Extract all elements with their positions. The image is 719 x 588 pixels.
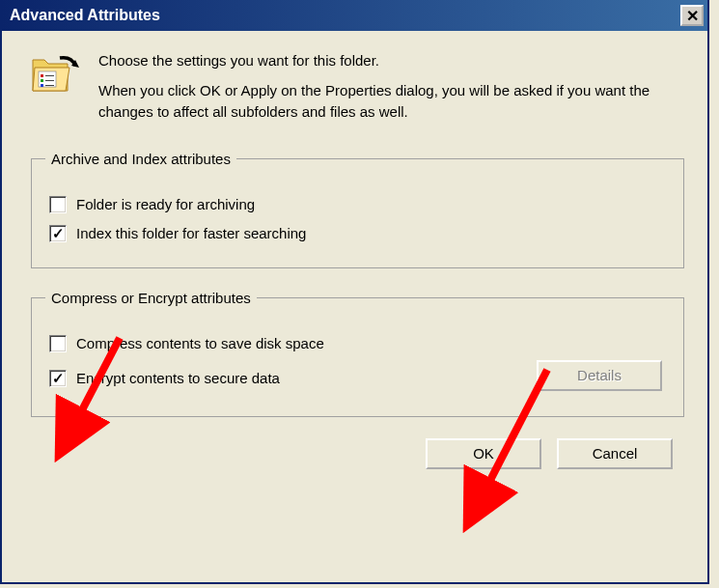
svg-rect-1 <box>41 74 43 77</box>
encrypt-contents-checkbox[interactable] <box>49 370 67 387</box>
header-text: Choose the settings you want for this fo… <box>98 50 684 124</box>
compress-encrypt-legend: Compress or Encrypt attributes <box>45 290 257 306</box>
cancel-button[interactable]: Cancel <box>557 438 673 469</box>
archive-legend: Archive and Index attributes <box>45 151 236 167</box>
titlebar: Advanced Attributes ✕ <box>2 0 707 31</box>
compress-encrypt-group: Compress or Encrypt attributes Compress … <box>31 290 684 417</box>
index-folder-row: Index this folder for faster searching <box>49 225 670 242</box>
index-folder-checkbox[interactable] <box>49 225 67 242</box>
header-line2: When you click OK or Apply on the Proper… <box>98 80 684 124</box>
compress-contents-label[interactable]: Compress contents to save disk space <box>76 335 324 351</box>
archive-ready-checkbox[interactable] <box>49 196 67 213</box>
archive-ready-label[interactable]: Folder is ready for archiving <box>76 196 255 212</box>
window-title: Advanced Attributes <box>10 7 160 24</box>
encrypt-contents-label[interactable]: Encrypt contents to secure data <box>76 370 280 386</box>
encrypt-row-wrap: Encrypt contents to secure data Details <box>45 358 670 393</box>
header-line1: Choose the settings you want for this fo… <box>98 50 684 72</box>
ok-button[interactable]: OK <box>426 438 541 469</box>
dialog-button-row: OK Cancel <box>31 438 684 469</box>
archive-ready-row: Folder is ready for archiving <box>49 196 670 213</box>
folder-settings-icon <box>31 50 81 97</box>
index-folder-label[interactable]: Index this folder for faster searching <box>76 225 306 241</box>
archive-group: Archive and Index attributes Folder is r… <box>31 151 684 268</box>
dialog-content: Choose the settings you want for this fo… <box>2 31 707 489</box>
close-icon: ✕ <box>686 7 699 25</box>
header-row: Choose the settings you want for this fo… <box>31 50 684 124</box>
compress-contents-row: Compress contents to save disk space <box>49 335 670 352</box>
close-button[interactable]: ✕ <box>680 5 704 26</box>
compress-contents-checkbox[interactable] <box>49 335 67 352</box>
svg-rect-3 <box>41 84 43 87</box>
dialog-window: Advanced Attributes ✕ <box>0 0 709 584</box>
svg-rect-2 <box>41 79 43 82</box>
details-button[interactable]: Details <box>537 360 662 391</box>
encrypt-contents-row: Encrypt contents to secure data <box>49 370 280 387</box>
